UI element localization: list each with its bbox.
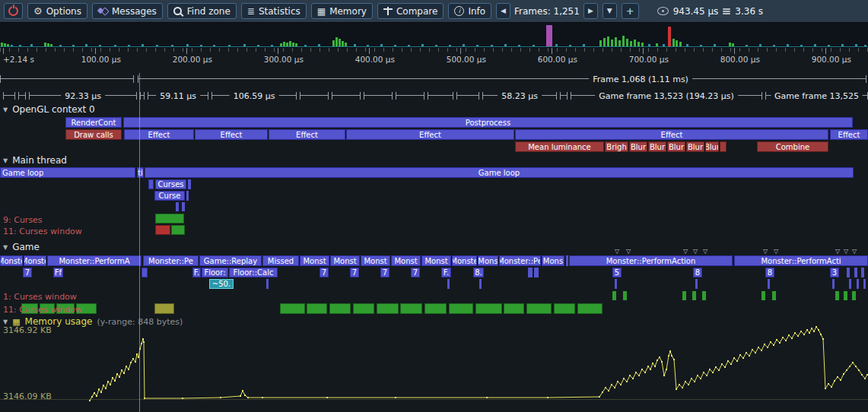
timeline-zone[interactable]: Missed xyxy=(262,255,299,266)
timeline-zone[interactable]: Mean luminance xyxy=(515,141,604,152)
timeline-zone[interactable]: Blur xyxy=(667,141,685,152)
timeline-zone[interactable] xyxy=(702,291,706,300)
timeline-zone[interactable] xyxy=(847,268,850,277)
timeline-zone[interactable] xyxy=(447,279,450,289)
collapsed-zone-marker-icon[interactable]: ▽ xyxy=(693,249,698,255)
timeline-zone[interactable]: Effect xyxy=(269,129,345,140)
collapsed-zone-marker-icon[interactable]: ▽ xyxy=(844,249,848,255)
timeline-zone[interactable] xyxy=(154,303,174,314)
timeline-zone[interactable]: Monst xyxy=(391,255,421,266)
collapsed-zone-marker-icon[interactable]: ▽ xyxy=(774,249,778,255)
collapsed-zone-marker-icon[interactable]: ▽ xyxy=(835,249,840,255)
timeline-zone[interactable] xyxy=(479,279,482,289)
timeline-zone[interactable]: RenderCont xyxy=(65,117,122,128)
timeline-zone[interactable] xyxy=(682,291,686,300)
timeline-zone[interactable]: 7 xyxy=(380,268,389,277)
timeline-zone[interactable]: Effect xyxy=(515,129,828,140)
timeline-zone[interactable]: Monste xyxy=(0,255,23,266)
timeline-zone[interactable] xyxy=(526,303,552,314)
timeline-zone[interactable] xyxy=(475,303,502,314)
timeline-zone[interactable]: Mons xyxy=(542,255,564,266)
timeline-zone[interactable]: Effect xyxy=(346,129,514,140)
timeline-zone[interactable] xyxy=(504,303,524,314)
collapsed-zone-marker-icon[interactable]: ▽ xyxy=(703,249,707,255)
timeline-zone[interactable]: 8. xyxy=(473,268,484,277)
timeline-zone[interactable] xyxy=(377,303,399,314)
timeline-zone[interactable]: Monste xyxy=(24,255,46,266)
timeline-zone[interactable]: Monst xyxy=(300,255,329,266)
timeline-zone[interactable]: 7 xyxy=(350,268,359,277)
timeline-zone[interactable] xyxy=(692,291,696,300)
timeline-zone[interactable] xyxy=(141,268,148,277)
timeline-zone[interactable]: Monster::PerformA xyxy=(47,255,141,266)
timeline-zone[interactable]: Blur xyxy=(629,141,647,152)
timeline-zone[interactable]: Blur xyxy=(705,141,719,152)
timeline-zone[interactable]: 7 xyxy=(23,268,32,277)
timeline-zone[interactable]: Effect xyxy=(195,129,268,140)
timeline-zone[interactable] xyxy=(835,291,839,300)
timeline-zone[interactable]: 8 xyxy=(693,268,702,277)
timeline-zone[interactable] xyxy=(861,268,864,277)
timeline-zone[interactable] xyxy=(761,291,765,300)
timeline-zone[interactable] xyxy=(534,268,539,277)
timeline-zone[interactable]: Monster::PerformActi xyxy=(734,255,868,266)
timeline-zone[interactable] xyxy=(171,225,185,235)
timeline-zone[interactable]: Effect xyxy=(124,129,194,140)
timeline-zone[interactable]: Monst xyxy=(421,255,451,266)
timeline-zone[interactable]: Mons xyxy=(478,255,498,266)
timeline-zone[interactable]: Monst xyxy=(330,255,360,266)
timeline-zone[interactable] xyxy=(695,279,698,289)
timeline-zone[interactable] xyxy=(182,202,185,211)
timeline-zone[interactable] xyxy=(849,279,851,289)
timeline-zone[interactable] xyxy=(329,303,351,314)
timeline-zone[interactable] xyxy=(832,279,835,289)
timeline-zone[interactable]: Combine xyxy=(757,141,828,152)
collapsed-zone-marker-icon[interactable]: ▽ xyxy=(763,249,768,255)
timeline-zone[interactable] xyxy=(844,291,847,300)
timeline-zone[interactable]: Game loop xyxy=(0,167,135,178)
timeline-zone[interactable] xyxy=(266,279,269,289)
timeline-zone[interactable]: Monster::Pe xyxy=(143,255,199,266)
timeline-zone[interactable]: Monste xyxy=(452,255,477,266)
timeline-zone[interactable] xyxy=(577,303,603,314)
timeline-zone[interactable] xyxy=(188,179,191,189)
collapsed-zone-marker-icon[interactable]: ▽ xyxy=(852,249,857,255)
timeline-zone[interactable]: F. xyxy=(441,268,451,277)
timeline-zone[interactable]: Blur xyxy=(648,141,666,152)
timeline-zone[interactable] xyxy=(772,291,776,300)
timeline-zone[interactable] xyxy=(528,268,533,277)
timeline-zone[interactable] xyxy=(353,303,374,314)
timeline-zone[interactable]: ~50. xyxy=(209,279,234,289)
timeline-zone[interactable] xyxy=(615,279,617,289)
timeline-zone[interactable]: F. xyxy=(192,268,201,277)
timeline-zone[interactable] xyxy=(623,291,627,300)
timeline-zone[interactable] xyxy=(852,291,856,300)
timeline-zone[interactable]: Draw calls xyxy=(65,129,122,140)
timeline-zone[interactable]: Postprocess xyxy=(123,117,853,128)
timeline-zone[interactable] xyxy=(449,303,473,314)
timeline-zone[interactable]: Brigh xyxy=(605,141,628,152)
timeline-zone[interactable]: Curse xyxy=(154,191,185,201)
timeline-zone[interactable] xyxy=(566,255,568,266)
timeline-zone[interactable] xyxy=(768,279,770,289)
timeline-zone[interactable] xyxy=(176,202,179,211)
timeline-zone[interactable] xyxy=(854,268,857,277)
collapsed-zone-marker-icon[interactable]: ▽ xyxy=(626,249,631,255)
timeline-zone[interactable]: ti xyxy=(137,167,144,178)
time-cursor-line[interactable] xyxy=(139,73,140,412)
timeline-zone[interactable] xyxy=(863,279,866,289)
timeline-zone[interactable] xyxy=(400,303,422,314)
timeline-zone[interactable] xyxy=(424,303,447,314)
timeline-zone[interactable] xyxy=(155,214,184,223)
timeline-zone[interactable] xyxy=(280,303,305,314)
timeline-zone[interactable]: 5 xyxy=(612,268,622,277)
timeline-zone[interactable]: Ff xyxy=(53,268,63,277)
timeline-zone[interactable] xyxy=(857,279,859,289)
timeline-zone[interactable] xyxy=(720,141,727,152)
timeline-zone[interactable]: Floor::Calc xyxy=(229,268,278,277)
timeline-zone[interactable]: 3 xyxy=(830,268,839,277)
timeline-zone[interactable]: Monster::PerformAction xyxy=(569,255,733,266)
timeline-zone[interactable]: 8 xyxy=(765,268,774,277)
timeline-zone[interactable]: Monst xyxy=(361,255,390,266)
timeline-zone[interactable] xyxy=(307,303,327,314)
